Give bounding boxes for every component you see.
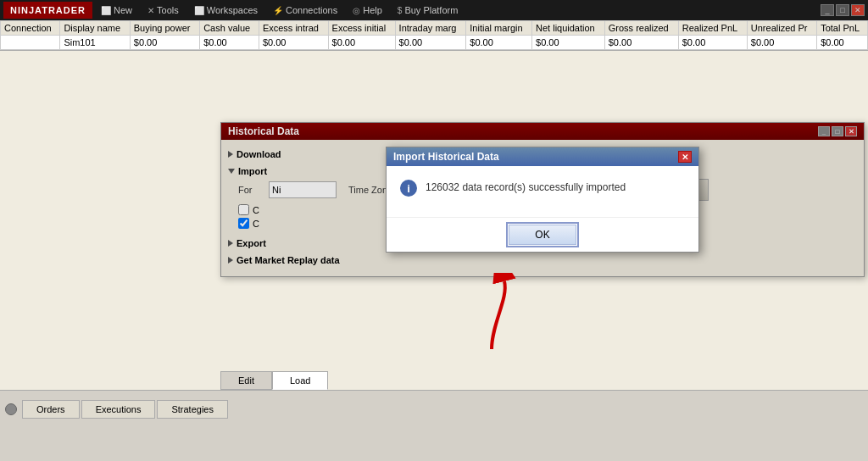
modal-titlebar: Import Historical Data ✕ (387, 147, 698, 166)
account-table: Connection Display name Buying power Cas… (0, 20, 868, 50)
menu-help[interactable]: ◎ Help (346, 2, 389, 19)
import-success-dialog: Import Historical Data ✕ i 126032 data r… (386, 147, 699, 253)
menu-buy-platform[interactable]: $ Buy Platform (391, 2, 465, 19)
minimize-button[interactable]: _ (821, 4, 834, 16)
historical-data-window: Historical Data _ □ ✕ Download Import (220, 122, 865, 277)
account-table-container: Connection Display name Buying power Cas… (0, 20, 868, 51)
col-cash-value: Cash value (200, 21, 259, 36)
menu-new[interactable]: ⬜ New (94, 2, 139, 19)
tools-icon: ✕ (147, 6, 154, 15)
orders-tab[interactable]: Orders (22, 400, 80, 419)
col-excess-initial: Excess initial (328, 21, 395, 36)
ok-button[interactable]: OK (509, 225, 576, 245)
col-net-liquidation: Net liquidation (532, 21, 605, 36)
col-buying-power: Buying power (130, 21, 199, 36)
modal-footer: OK (387, 217, 698, 252)
workspaces-icon: ⬜ (194, 6, 204, 15)
new-icon: ⬜ (101, 6, 111, 15)
arrow-annotation (458, 273, 526, 359)
restore-button[interactable]: □ (836, 4, 849, 16)
modal-message: 126032 data record(s) successfully impor… (426, 180, 626, 193)
modal-close-button[interactable]: ✕ (678, 151, 692, 163)
col-connection: Connection (1, 21, 60, 36)
close-button[interactable]: ✕ (851, 4, 865, 16)
modal-title: Import Historical Data (393, 151, 499, 163)
col-intraday-marg: Intraday marg (395, 21, 466, 36)
col-excess-intrad: Excess intrad (259, 21, 328, 36)
table-row: Sim101$0.00$0.00$0.00$0.00$0.00$0.00$0.0… (1, 36, 868, 50)
menu-workspaces[interactable]: ⬜ Workspaces (187, 2, 264, 19)
account-table-body: Sim101$0.00$0.00$0.00$0.00$0.00$0.00$0.0… (1, 36, 868, 50)
modal-body: i 126032 data record(s) successfully imp… (387, 166, 698, 217)
load-tab[interactable]: Load (272, 371, 328, 390)
col-gross-realized: Gross realized (604, 21, 678, 36)
info-icon: i (400, 180, 417, 197)
col-unrealized-pr: Unrealized Pr (747, 21, 816, 36)
buy-icon: $ (398, 6, 403, 15)
col-total-pnl: Total PnL (817, 21, 868, 36)
edit-tab[interactable]: Edit (220, 371, 272, 390)
executions-tab[interactable]: Executions (81, 400, 156, 419)
strategies-tab[interactable]: Strategies (157, 400, 228, 419)
bottom-edit-load-tabs: Edit Load (220, 371, 328, 390)
col-display-name: Display name (60, 21, 130, 36)
status-light (5, 403, 17, 415)
modal-overlay: Import Historical Data ✕ i 126032 data r… (221, 123, 864, 276)
col-initial-margin: Initial margin (466, 21, 532, 36)
app-logo: NINJATRADER (3, 2, 92, 19)
window-controls: _ □ ✕ (821, 4, 865, 16)
menu-connections[interactable]: ⚡ Connections (266, 2, 344, 19)
menubar: NINJATRADER ⬜ New ✕ Tools ⬜ Workspaces ⚡… (0, 0, 868, 20)
statusbar: Orders Executions Strategies (0, 390, 868, 427)
col-realized-pnl: Realized PnL (678, 21, 747, 36)
main-area: Connection Display name Buying power Cas… (0, 20, 868, 427)
menu-tools[interactable]: ✕ Tools (141, 2, 186, 19)
connections-icon: ⚡ (273, 6, 283, 15)
help-icon: ◎ (353, 6, 360, 15)
